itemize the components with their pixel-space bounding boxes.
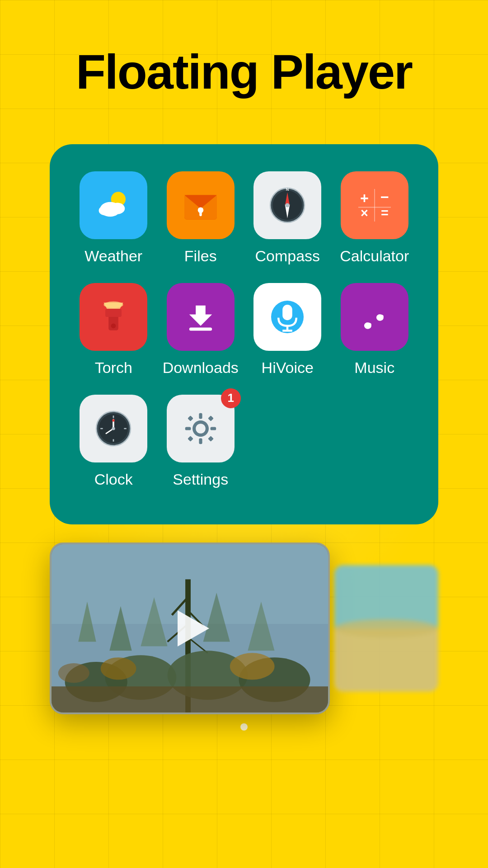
app-icon-wrapper-downloads bbox=[167, 283, 235, 351]
app-item-files[interactable]: Files bbox=[162, 171, 240, 265]
app-item-settings[interactable]: 1 Settings bbox=[162, 395, 240, 488]
page-content: Floating Player bbox=[0, 0, 488, 868]
app-item-downloads[interactable]: Downloads bbox=[162, 283, 240, 377]
app-icon-wrapper-weather bbox=[80, 171, 147, 239]
svg-point-25 bbox=[111, 323, 116, 328]
pagination-dot bbox=[240, 723, 248, 731]
svg-rect-44 bbox=[199, 438, 202, 444]
music-icon bbox=[341, 283, 408, 351]
video-player[interactable] bbox=[50, 542, 330, 714]
weather-label: Weather bbox=[84, 247, 142, 265]
torch-icon bbox=[80, 283, 147, 351]
svg-text:+: + bbox=[360, 190, 369, 206]
svg-rect-29 bbox=[282, 305, 292, 320]
downloads-label: Downloads bbox=[163, 359, 239, 377]
svg-rect-43 bbox=[199, 413, 202, 419]
app-icon-wrapper-calculator: + − × = bbox=[341, 171, 408, 239]
app-grid: Weather bbox=[75, 171, 413, 488]
app-icon-wrapper-compass: N bbox=[253, 171, 321, 239]
svg-marker-26 bbox=[189, 306, 212, 326]
svg-rect-72 bbox=[334, 628, 438, 692]
svg-point-40 bbox=[113, 419, 115, 421]
svg-rect-22 bbox=[105, 309, 122, 317]
svg-point-41 bbox=[112, 427, 115, 430]
svg-rect-27 bbox=[189, 327, 212, 330]
svg-text:×: × bbox=[361, 206, 368, 220]
video-player-container bbox=[50, 542, 438, 714]
svg-rect-48 bbox=[208, 415, 214, 421]
hivoice-label: HiVoice bbox=[262, 359, 314, 377]
app-item-calculator[interactable]: + − × = Calculator bbox=[336, 171, 414, 265]
app-icon-wrapper-music bbox=[341, 283, 408, 351]
svg-text:=: = bbox=[381, 206, 389, 220]
pagination bbox=[50, 723, 438, 740]
app-icon-wrapper-files bbox=[167, 171, 235, 239]
svg-rect-67 bbox=[52, 686, 328, 712]
hivoice-icon bbox=[253, 283, 321, 351]
svg-point-69 bbox=[230, 653, 275, 679]
svg-point-2 bbox=[110, 203, 125, 214]
svg-rect-46 bbox=[210, 427, 216, 430]
downloads-icon bbox=[167, 283, 235, 351]
compass-icon: N bbox=[253, 171, 321, 239]
svg-rect-45 bbox=[185, 427, 191, 430]
app-icon-wrapper-hivoice bbox=[253, 283, 321, 351]
svg-rect-8 bbox=[199, 210, 202, 217]
svg-text:−: − bbox=[380, 189, 389, 205]
app-icon-wrapper-settings: 1 bbox=[167, 395, 235, 462]
play-icon bbox=[178, 610, 209, 646]
app-icon-wrapper-torch bbox=[80, 283, 147, 351]
svg-point-73 bbox=[334, 619, 438, 637]
clock-label: Clock bbox=[94, 471, 133, 488]
app-item-music[interactable]: Music bbox=[336, 283, 414, 377]
app-item-clock[interactable]: Clock bbox=[75, 395, 153, 488]
settings-badge: 1 bbox=[221, 388, 241, 408]
svg-point-70 bbox=[58, 663, 89, 683]
svg-point-24 bbox=[104, 302, 123, 308]
calculator-label: Calculator bbox=[340, 247, 409, 265]
app-icon-wrapper-clock bbox=[80, 395, 147, 462]
app-item-hivoice[interactable]: HiVoice bbox=[249, 283, 327, 377]
app-item-weather[interactable]: Weather bbox=[75, 171, 153, 265]
svg-point-13 bbox=[286, 203, 290, 207]
app-item-torch[interactable]: Torch bbox=[75, 283, 153, 377]
files-icon bbox=[167, 171, 235, 239]
page-title: Floating Player bbox=[76, 45, 412, 99]
beach-preview bbox=[334, 565, 438, 692]
svg-rect-49 bbox=[188, 436, 193, 442]
calculator-icon: + − × = bbox=[341, 171, 408, 239]
svg-point-42 bbox=[196, 424, 206, 434]
weather-icon bbox=[80, 171, 147, 239]
svg-rect-71 bbox=[334, 565, 438, 628]
svg-point-3 bbox=[99, 206, 112, 216]
app-item-compass[interactable]: N Compass bbox=[249, 171, 327, 265]
files-label: Files bbox=[184, 247, 217, 265]
settings-label: Settings bbox=[173, 471, 228, 488]
svg-point-68 bbox=[101, 657, 136, 679]
music-label: Music bbox=[354, 359, 394, 377]
clock-icon bbox=[80, 395, 147, 462]
torch-label: Torch bbox=[95, 359, 132, 377]
svg-rect-47 bbox=[188, 415, 193, 421]
play-button[interactable] bbox=[167, 606, 212, 651]
svg-rect-50 bbox=[208, 436, 214, 442]
compass-label: Compass bbox=[255, 247, 320, 265]
app-panel: Weather bbox=[50, 144, 438, 524]
svg-text:N: N bbox=[286, 187, 289, 191]
